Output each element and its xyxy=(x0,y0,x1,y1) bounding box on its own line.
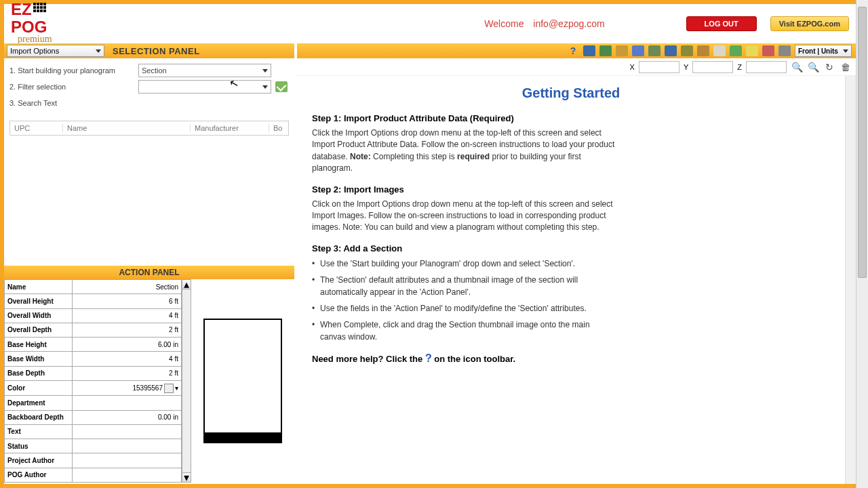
property-row: Status xyxy=(5,439,182,453)
col-name[interactable]: Name xyxy=(63,124,191,132)
step2-label: 2. Filter selection xyxy=(9,83,138,91)
property-scrollbar[interactable]: ▴ ▾ xyxy=(182,279,191,483)
z-label: Z xyxy=(737,63,742,71)
logo: EZ POG premium xyxy=(11,3,52,45)
zoom-icon[interactable] xyxy=(778,45,791,56)
tool-icon-5[interactable] xyxy=(648,45,660,56)
print-icon[interactable] xyxy=(697,45,709,56)
property-value[interactable] xyxy=(73,424,182,439)
step2-heading: Step 2: Import Images xyxy=(312,184,830,195)
scroll-up-icon[interactable]: ▴ xyxy=(182,280,191,289)
chevron-down-icon xyxy=(262,85,268,89)
step1-heading: Step 1: Import Product Attribute Data (R… xyxy=(312,113,830,123)
step3-bullet-1: Use the 'Start building your Planogram' … xyxy=(312,258,610,270)
property-row: Project Author xyxy=(5,453,182,468)
logout-button[interactable]: LOG OUT xyxy=(686,16,757,31)
tool-icon-1[interactable] xyxy=(583,45,595,56)
user-email-link[interactable]: info@ezpog.com xyxy=(533,18,604,29)
help-line: Need more help? Click the ? on the icon … xyxy=(312,352,830,365)
property-value[interactable]: 15395567▾ xyxy=(73,380,182,395)
tool-icon-6[interactable] xyxy=(665,45,677,56)
property-value[interactable]: 4 ft xyxy=(73,308,182,323)
step1-text: Click the Import Options drop down menu … xyxy=(312,127,624,175)
step3-bullet-4: When Complete, click and drag the Sectio… xyxy=(312,319,610,343)
step1-label: 1. Start building your planogram xyxy=(9,66,138,75)
property-value[interactable] xyxy=(73,439,182,453)
start-building-dropdown[interactable]: Section xyxy=(138,64,271,77)
canvas-area[interactable]: Getting Started Step 1: Import Product A… xyxy=(297,76,845,484)
property-row: Backboard Depth0.00 in xyxy=(5,410,182,424)
chevron-down-icon xyxy=(262,69,268,73)
refresh-icon[interactable]: ↻ xyxy=(823,61,835,73)
property-row: POG Author xyxy=(5,468,182,482)
property-key: Department xyxy=(5,396,73,410)
x-label: X xyxy=(630,63,635,71)
step2-text: Click on the Import Options drop down me… xyxy=(312,199,624,234)
property-key: Project Author xyxy=(5,453,73,468)
import-options-dropdown[interactable]: Import Options xyxy=(7,45,104,57)
section-thumbnail[interactable] xyxy=(203,319,282,443)
tool-icon-2[interactable] xyxy=(599,45,612,56)
x-input[interactable] xyxy=(639,61,679,73)
filter-selection-dropdown[interactable] xyxy=(138,80,271,94)
property-key: Overall Height xyxy=(5,294,73,308)
property-value[interactable]: 2 ft xyxy=(73,323,182,337)
y-label: Y xyxy=(684,63,688,71)
property-key: Backboard Depth xyxy=(5,410,73,424)
property-value[interactable] xyxy=(73,453,182,468)
property-value[interactable] xyxy=(73,396,182,410)
property-key: Base Width xyxy=(5,352,73,366)
product-grid-header: UPC Name Manufacturer Bo xyxy=(9,121,289,136)
property-key: Base Height xyxy=(5,338,73,352)
tool-icon-10[interactable] xyxy=(746,45,758,56)
property-table: NameSectionOverall Height6 ftOverall Wid… xyxy=(4,279,182,483)
property-value[interactable]: 2 ft xyxy=(73,366,182,380)
visit-site-button[interactable]: Visit EZPOG.com xyxy=(770,16,849,31)
col-manufacturer[interactable]: Manufacturer xyxy=(191,124,269,132)
property-value[interactable]: 6 ft xyxy=(73,294,182,308)
property-value[interactable]: 4 ft xyxy=(73,352,182,366)
property-key: POG Author xyxy=(5,468,73,482)
step3-bullet-3: Use the fields in the 'Action Panel' to … xyxy=(312,302,610,314)
trash-icon[interactable]: 🗑 xyxy=(840,61,852,73)
step3-heading: Step 3: Add a Section xyxy=(312,243,830,253)
step3-label: 3. Search Text xyxy=(9,99,138,107)
tool-icon-9[interactable] xyxy=(730,45,742,56)
property-row: Overall Width4 ft xyxy=(5,308,182,323)
chevron-down-icon xyxy=(96,49,101,53)
y-input[interactable] xyxy=(692,61,733,73)
browser-scrollbar[interactable] xyxy=(856,0,868,488)
coordinate-row: X Y Z 🔍 🔍 ↻ 🗑 xyxy=(297,58,856,76)
z-input[interactable] xyxy=(746,61,787,73)
tool-icon-3[interactable] xyxy=(616,45,628,56)
welcome-text: Welcome info@ezpog.com xyxy=(484,18,604,29)
col-upc[interactable]: UPC xyxy=(10,124,63,132)
property-value[interactable] xyxy=(73,468,182,482)
property-key: Color xyxy=(5,380,73,395)
step3-bullet-2: The 'Section' default attributes and a t… xyxy=(312,274,610,298)
property-row: Overall Height6 ft xyxy=(5,294,182,308)
property-key: Text xyxy=(5,424,73,439)
property-row: Base Width4 ft xyxy=(5,352,182,366)
col-bo[interactable]: Bo xyxy=(269,124,288,132)
property-key: Overall Width xyxy=(5,308,73,323)
tool-icon-11[interactable] xyxy=(762,45,774,56)
selection-panel-title: SELECTION PANEL xyxy=(107,46,200,56)
property-row: Base Depth2 ft xyxy=(5,366,182,380)
tool-icon-7[interactable] xyxy=(681,45,693,56)
property-value[interactable]: 0.00 in xyxy=(73,410,182,424)
product-grid-body: ↖ xyxy=(9,136,289,262)
right-toolbar: ? Front | Units xyxy=(297,43,856,58)
tool-icon-8[interactable] xyxy=(713,45,726,56)
property-value[interactable]: Section xyxy=(73,280,182,294)
property-value[interactable]: 6.00 in xyxy=(73,338,182,352)
apply-filter-icon[interactable] xyxy=(275,81,288,92)
property-row: Text xyxy=(5,424,182,439)
tool-icon-4[interactable] xyxy=(632,45,644,56)
view-dropdown[interactable]: Front | Units xyxy=(795,45,852,57)
canvas-scrollbar[interactable] xyxy=(845,76,856,484)
scroll-down-icon[interactable]: ▾ xyxy=(182,472,191,482)
zoom-in-icon[interactable]: 🔍 xyxy=(791,61,803,73)
help-icon[interactable]: ? xyxy=(567,45,579,56)
zoom-out-icon[interactable]: 🔍 xyxy=(807,61,819,73)
